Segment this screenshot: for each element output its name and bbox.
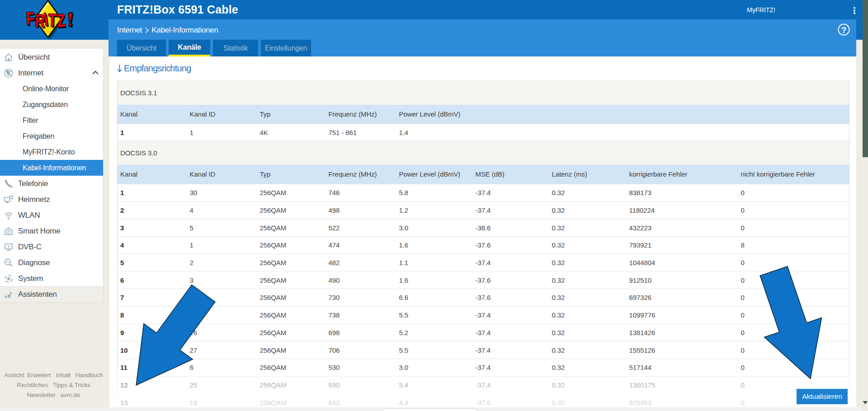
svg-text:?: ? xyxy=(841,25,847,35)
